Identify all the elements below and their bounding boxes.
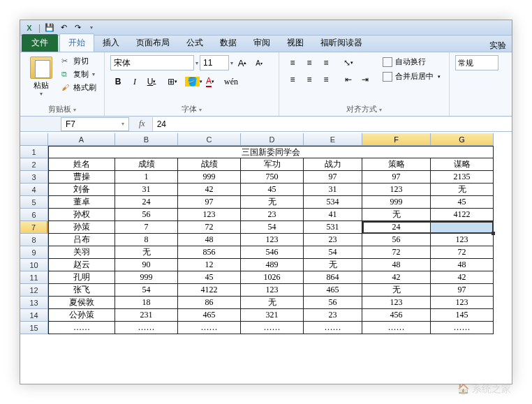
cell[interactable]: 孙策 [48, 221, 115, 234]
cell[interactable]: 无 [431, 184, 494, 196]
cell[interactable]: 23 [241, 209, 304, 221]
cell[interactable]: 刘备 [48, 184, 115, 196]
fill-handle[interactable] [492, 232, 495, 235]
tab-formulas[interactable]: 公式 [178, 34, 212, 52]
align-bottom-button[interactable]: ≡ [318, 55, 334, 70]
paste-dropdown-icon[interactable]: ▾ [40, 91, 43, 97]
row-header-6[interactable]: 6 [20, 209, 48, 221]
wrap-text-button[interactable]: 自动换行 [380, 55, 443, 68]
cell[interactable]: 856 [178, 246, 241, 259]
cell[interactable]: 465 [304, 284, 362, 297]
cell[interactable]: 531 [304, 221, 362, 234]
cell[interactable]: 23 [304, 234, 362, 246]
cell[interactable]: 72 [178, 221, 241, 234]
cell[interactable]: 999 [115, 271, 178, 284]
col-header-B[interactable]: B [115, 133, 178, 146]
col-header-F[interactable]: F [362, 133, 431, 146]
cell[interactable]: 45 [431, 196, 494, 209]
cell[interactable]: 97 [304, 171, 362, 184]
cell[interactable]: 姓名 [48, 158, 115, 171]
grow-font-button[interactable]: A▴ [235, 55, 250, 70]
cell[interactable]: 夏侯敦 [48, 297, 115, 309]
tab-foxit[interactable]: 福昕阅读器 [312, 34, 371, 52]
cell[interactable]: 成绩 [115, 158, 178, 171]
indent-increase-button[interactable]: ⇥ [357, 72, 373, 87]
font-name-select[interactable] [110, 55, 194, 70]
cell[interactable]: 999 [178, 171, 241, 184]
cell[interactable]: 8 [115, 234, 178, 246]
cell[interactable]: 曹操 [48, 171, 115, 184]
col-header-E[interactable]: E [304, 133, 362, 146]
indent-decrease-button[interactable]: ⇤ [341, 72, 356, 87]
cell[interactable]: 吕布 [48, 234, 115, 246]
cell[interactable]: …… [362, 322, 431, 334]
align-center-button[interactable]: ≡ [302, 72, 317, 87]
row-header-10[interactable]: 10 [20, 259, 48, 271]
row-header-7[interactable]: 7 [20, 221, 48, 234]
merge-center-button[interactable]: 合并后居中▾ [380, 70, 443, 83]
cell[interactable]: 42 [362, 271, 431, 284]
cell[interactable]: 97 [178, 196, 241, 209]
save-icon[interactable]: 💾 [43, 22, 56, 34]
phonetic-button[interactable]: wén [223, 74, 239, 89]
fx-icon[interactable]: fx [135, 119, 149, 129]
cell[interactable]: 123 [241, 234, 304, 246]
cell[interactable]: 86 [178, 297, 241, 309]
tab-data[interactable]: 数据 [212, 34, 245, 52]
cell[interactable]: 23 [304, 309, 362, 322]
cell[interactable]: 42 [178, 184, 241, 196]
name-box[interactable]: F7 [61, 117, 129, 131]
align-right-button[interactable]: ≡ [318, 72, 334, 87]
cell[interactable]: 465 [178, 309, 241, 322]
cell[interactable]: 321 [241, 309, 304, 322]
cell[interactable]: 999 [362, 196, 431, 209]
tab-home[interactable]: 开始 [59, 33, 94, 52]
cell[interactable]: 546 [241, 246, 304, 259]
cell[interactable]: 54 [241, 221, 304, 234]
cell[interactable]: 公孙策 [48, 309, 115, 322]
italic-button[interactable]: I [127, 74, 142, 89]
undo-icon[interactable]: ↶ [57, 22, 70, 34]
cell[interactable]: 534 [304, 196, 362, 209]
align-top-button[interactable]: ≡ [285, 55, 300, 70]
row-header-3[interactable]: 3 [20, 171, 48, 184]
row-header-13[interactable]: 13 [20, 297, 48, 309]
fill-color-button[interactable]: 🪣▾ [186, 74, 201, 89]
cell[interactable]: 无 [241, 297, 304, 309]
cell[interactable]: 1026 [241, 271, 304, 284]
tab-view[interactable]: 视图 [279, 34, 312, 52]
cell[interactable]: …… [431, 322, 494, 334]
cell[interactable]: 无 [362, 284, 431, 297]
cell[interactable]: 90 [115, 259, 178, 271]
formula-input[interactable]: 24 [152, 117, 512, 131]
cell[interactable]: 41 [304, 209, 362, 221]
cell[interactable]: 24 [362, 221, 431, 234]
row-header-4[interactable]: 4 [20, 184, 48, 196]
cell[interactable]: 孙权 [48, 209, 115, 221]
paste-button[interactable]: 粘贴 ▾ [26, 55, 57, 98]
tab-file[interactable]: 文件 [22, 34, 58, 52]
cell[interactable]: 2135 [431, 171, 494, 184]
copy-button[interactable]: ⧉复制▾ [59, 68, 98, 80]
cell[interactable]: 张飞 [48, 284, 115, 297]
cell[interactable]: 48 [431, 259, 494, 271]
row-header-12[interactable]: 12 [20, 284, 48, 297]
cell[interactable]: 18 [115, 297, 178, 309]
select-all-corner[interactable] [20, 133, 48, 146]
cell[interactable]: 4122 [431, 209, 494, 221]
worksheet[interactable]: ABCDEFG 123456789101112131415 三国新委同学会姓名成… [20, 133, 512, 384]
format-painter-button[interactable]: 🖌格式刷 [59, 82, 98, 93]
cell[interactable]: 456 [362, 309, 431, 322]
qat-more-icon[interactable]: ▾ [85, 22, 98, 34]
tab-insert[interactable]: 插入 [94, 34, 128, 52]
cells-grid[interactable]: 三国新委同学会姓名成绩战绩军功战力策略谋略曹操199975097972135刘备… [48, 146, 512, 334]
cell[interactable]: 97 [362, 171, 431, 184]
cell[interactable]: …… [241, 322, 304, 334]
cell[interactable]: 123 [362, 184, 431, 196]
cut-button[interactable]: ✂剪切 [59, 55, 98, 67]
cell[interactable]: 72 [431, 246, 494, 259]
cell[interactable]: 48 [178, 234, 241, 246]
cell[interactable]: 无 [304, 259, 362, 271]
cell[interactable]: 45 [178, 271, 241, 284]
row-header-2[interactable]: 2 [20, 158, 48, 171]
